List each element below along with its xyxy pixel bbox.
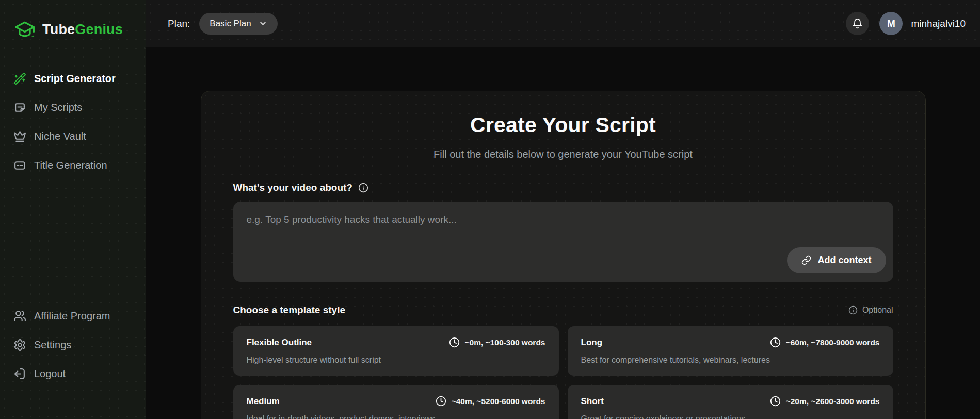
template-meta: ~40m, ~5200-6000 words: [436, 396, 545, 407]
topic-input-wrap: Add context: [233, 202, 893, 282]
template-description: Ideal for in-depth videos, product demos…: [247, 414, 545, 419]
page-title: Create Your Script: [233, 113, 893, 137]
sidebar-item-settings[interactable]: Settings: [13, 333, 132, 356]
template-title: Long: [581, 337, 603, 348]
crown-icon: [13, 130, 26, 143]
clock-icon: [449, 337, 460, 348]
plan-dropdown[interactable]: Basic Plan: [199, 13, 277, 35]
template-card-flexible-outline[interactable]: Flexible Outline ~0m, ~100-300 words Hig…: [233, 326, 559, 376]
template-card-header: Short ~20m, ~2600-3000 words: [581, 396, 880, 407]
avatar[interactable]: M: [879, 12, 903, 35]
topic-label-row: What's your video about?: [233, 182, 893, 194]
clock-icon: [770, 337, 781, 348]
template-card-medium[interactable]: Medium ~40m, ~5200-6000 words Ideal for …: [233, 385, 559, 419]
info-icon: [848, 305, 858, 315]
topic-label: What's your video about?: [233, 182, 352, 194]
template-description: Great for concise explainers or presenta…: [581, 414, 880, 419]
template-grid: Flexible Outline ~0m, ~100-300 words Hig…: [233, 326, 893, 419]
sidebar-item-logout[interactable]: Logout: [13, 362, 132, 385]
template-title: Short: [581, 396, 604, 407]
main-area: Create Your Script Fill out the details …: [146, 47, 980, 419]
sidebar-item-label: My Scripts: [34, 102, 82, 114]
template-description: High-level structure without full script: [247, 356, 545, 365]
add-context-button[interactable]: Add context: [787, 247, 886, 273]
sidebar-nav: Script Generator My Scripts Niche Vault: [13, 67, 132, 176]
notifications-button[interactable]: [846, 12, 869, 35]
sidebar-item-niche-vault[interactable]: Niche Vault: [13, 125, 132, 148]
template-card-short[interactable]: Short ~20m, ~2600-3000 words Great for c…: [568, 385, 893, 419]
brand-name: TubeGenius: [42, 22, 123, 38]
sidebar-item-label: Niche Vault: [34, 131, 86, 142]
graduation-cap-icon: [13, 18, 36, 41]
sidebar-item-script-generator[interactable]: Script Generator: [13, 67, 132, 90]
template-duration: ~20m, ~2600-3000 words: [786, 397, 880, 406]
script-generator-card: Create Your Script Fill out the details …: [201, 91, 926, 419]
template-title: Medium: [247, 396, 280, 407]
template-header: Choose a template style Optional: [233, 304, 893, 316]
clock-icon: [436, 396, 446, 407]
sidebar-item-label: Script Generator: [34, 73, 116, 85]
bell-icon: [852, 18, 863, 29]
optional-badge: Optional: [848, 305, 893, 315]
link-icon: [801, 255, 811, 265]
optional-label: Optional: [862, 305, 893, 315]
template-duration: ~60m, ~7800-9000 words: [786, 338, 880, 347]
clock-icon: [770, 396, 781, 407]
chevron-down-icon: [259, 19, 267, 28]
sidebar-item-label: Affiliate Program: [34, 310, 110, 322]
template-duration: ~0m, ~100-300 words: [465, 338, 545, 347]
template-meta: ~0m, ~100-300 words: [449, 337, 545, 348]
notepad-icon: [13, 101, 26, 114]
sidebar-item-affiliate-program[interactable]: Affiliate Program: [13, 304, 132, 327]
template-card-header: Medium ~40m, ~5200-6000 words: [247, 396, 545, 407]
template-title: Flexible Outline: [247, 337, 312, 348]
plan-dropdown-value: Basic Plan: [210, 19, 251, 29]
add-context-label: Add context: [817, 255, 871, 266]
sidebar-spacer: [13, 176, 132, 304]
sidebar-item-title-generation[interactable]: Title Generation: [13, 154, 132, 176]
template-meta: ~20m, ~2600-3000 words: [770, 396, 880, 407]
gear-icon: [13, 339, 26, 351]
wand-sparkles-icon: [13, 72, 26, 85]
template-card-header: Flexible Outline ~0m, ~100-300 words: [247, 337, 545, 348]
users-icon: [13, 310, 26, 323]
template-duration: ~40m, ~5200-6000 words: [452, 397, 545, 406]
template-style-label: Choose a template style: [233, 304, 346, 316]
info-icon[interactable]: [358, 183, 368, 193]
content-column: Plan: Basic Plan M minhajalvi10 Create Y…: [146, 0, 980, 419]
plan-label: Plan:: [168, 18, 190, 29]
username: minhajalvi10: [911, 18, 966, 29]
page-subtitle: Fill out the details below to generate y…: [233, 149, 893, 160]
sidebar: TubeGenius Script Generator My Scripts: [0, 0, 146, 419]
sidebar-item-label: Title Generation: [34, 159, 107, 171]
sidebar-item-label: Settings: [34, 339, 71, 351]
logout-icon: [13, 367, 26, 380]
brand-logo[interactable]: TubeGenius: [13, 0, 132, 43]
template-description: Best for comprehensive tutorials, webina…: [581, 356, 880, 365]
sidebar-item-label: Logout: [34, 368, 66, 380]
template-card-header: Long ~60m, ~7800-9000 words: [581, 337, 880, 348]
topbar: Plan: Basic Plan M minhajalvi10: [146, 0, 980, 47]
sidebar-footer-nav: Affiliate Program Settings Logout: [13, 304, 132, 385]
captions-icon: [13, 159, 26, 172]
template-card-long[interactable]: Long ~60m, ~7800-9000 words Best for com…: [568, 326, 893, 376]
template-meta: ~60m, ~7800-9000 words: [770, 337, 880, 348]
sidebar-item-my-scripts[interactable]: My Scripts: [13, 96, 132, 119]
